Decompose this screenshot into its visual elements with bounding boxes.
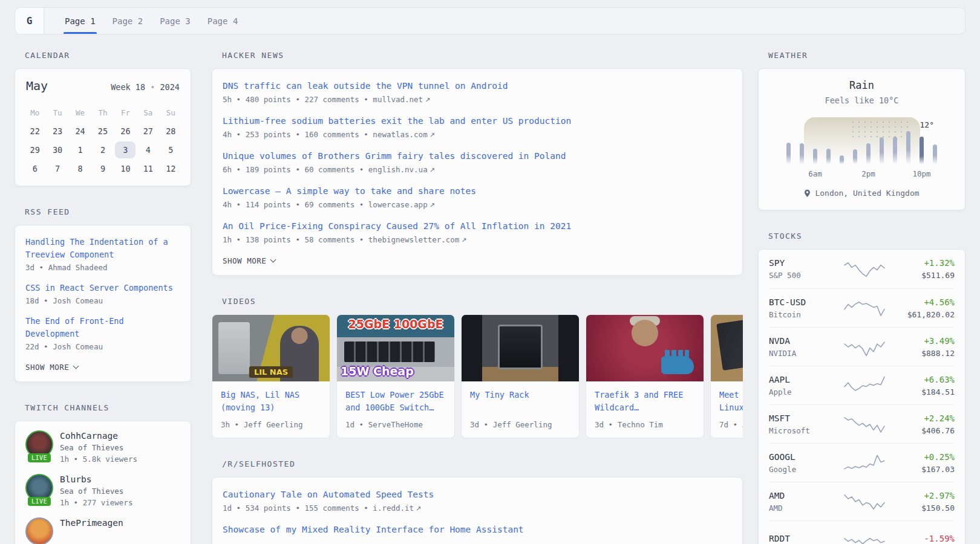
hn-item-title[interactable]: Unique volumes of Brothers Grimm fairy t… [223, 149, 732, 163]
video-title[interactable]: Traefik 3 and FREE Wildcard… [595, 389, 695, 414]
video-title[interactable]: Big NAS, Lil NAS (moving 13) [221, 389, 321, 414]
video-card: 25GbE 100GbE 15W Cheap BEST Low Power 25… [336, 314, 455, 438]
rss-item-title[interactable]: CSS in React Server Components [25, 282, 180, 294]
video-title[interactable]: BEST Low Power 25GbE and 100GbE Switch… [345, 389, 446, 414]
calendar-day[interactable]: 12 [160, 160, 181, 177]
hn-show-more-button[interactable]: SHOW MORE [223, 256, 275, 265]
tab-page-3[interactable]: Page 3 [151, 8, 199, 34]
calendar-day[interactable]: 27 [138, 123, 158, 140]
calendar-day[interactable]: 11 [138, 160, 158, 177]
calendar-day[interactable]: 2 [93, 141, 113, 158]
hacker-news-widget: DNS traffic can leak outside the VPN tun… [212, 68, 743, 276]
calendar-day[interactable]: 23 [47, 123, 68, 140]
hn-item-meta: 6h • 189 points • 60 comments • english.… [223, 165, 732, 174]
twitch-game[interactable]: Sea of Thieves [60, 443, 137, 452]
hn-item-meta: 1h • 138 points • 58 comments • thebigne… [223, 235, 732, 244]
rss-show-more-button[interactable]: SHOW MORE [25, 363, 78, 372]
reddit-source-link[interactable]: i.redd.it [373, 504, 414, 513]
calendar-day[interactable]: 22 [25, 123, 45, 140]
video-thumbnail[interactable] [586, 315, 704, 381]
calendar-day[interactable]: 1 [70, 141, 91, 158]
calendar-day[interactable]: 10 [115, 160, 136, 177]
twitch-game[interactable]: Sea of Thieves [60, 487, 132, 496]
stock-row[interactable]: MSFT Microsoft +2.24% $406.76 [769, 404, 955, 443]
calendar-section: CALENDAR May Week 18 • 2024 MoTuWeThFrSa… [15, 51, 191, 186]
stock-row[interactable]: BTC-USD Bitcoin +4.56% $61,820.02 [769, 288, 955, 327]
stock-sparkline [843, 335, 886, 358]
rss-show-more-label: SHOW MORE [25, 363, 69, 372]
calendar-day[interactable]: 6 [25, 160, 45, 177]
calendar-day[interactable]: 4 [138, 141, 158, 158]
hn-source-link[interactable]: lowercase.app [368, 200, 428, 209]
video-title[interactable]: Meet the Linux Clu [719, 389, 743, 414]
stock-row[interactable]: RDDT -1.59% [769, 520, 955, 544]
video-thumbnail[interactable]: 25GbE 100GbE 15W Cheap [337, 315, 454, 381]
hn-source-link[interactable]: mullvad.net [373, 95, 423, 104]
stock-row[interactable]: AMD AMD +2.97% $150.50 [769, 482, 955, 520]
weather-bar [893, 137, 897, 164]
weather-section: WEATHER Rain Feels like 10°C 12° 6am2pm1… [758, 51, 965, 210]
hn-source-link[interactable]: newatlas.com [373, 130, 427, 139]
hn-source-link[interactable]: thebignewsletter.com [368, 235, 460, 244]
selfhosted-section: /R/SELFHOSTED Cautionary Tale on Automat… [212, 459, 743, 544]
calendar-weekday: Fr [115, 104, 136, 121]
hn-item-title[interactable]: An Oil Price-Fixing Conspiracy Caused 27… [223, 219, 732, 233]
hn-item-title[interactable]: Lowercase – A simple way to take and sha… [223, 184, 732, 198]
twitch-channel-name[interactable]: Blurbs [60, 474, 132, 484]
reddit-item-title[interactable]: Showcase of my Mixed Reality Interface f… [223, 523, 732, 536]
external-link-icon: ↗ [461, 236, 466, 244]
tab-page-2[interactable]: Page 2 [104, 8, 152, 34]
video-thumbnail[interactable]: LIL NAS [212, 315, 330, 381]
reddit-item-title[interactable]: Cautionary Tale on Automated Speed Tests [223, 488, 732, 501]
avatar[interactable] [25, 517, 53, 544]
tab-page-4[interactable]: Page 4 [199, 8, 247, 34]
stock-symbol: RDDT [769, 534, 840, 543]
tab-page-1[interactable]: Page 1 [56, 8, 104, 34]
calendar-day[interactable]: 3 [115, 141, 136, 158]
stock-symbol: AAPL [769, 375, 840, 384]
top-nav: G Page 1 Page 2 Page 3 Page 4 [15, 7, 965, 34]
rss-item-title[interactable]: The End of Front-End Development [25, 315, 180, 340]
calendar-day[interactable]: 8 [70, 160, 91, 177]
twitch-channel-name[interactable]: ThePrimeagen [60, 518, 123, 528]
hn-item-title[interactable]: Lithium-free sodium batteries exit the l… [223, 114, 732, 128]
external-link-icon: ↗ [425, 96, 430, 104]
calendar-day[interactable]: 28 [160, 123, 181, 140]
calendar-day[interactable]: 7 [47, 160, 68, 177]
video-meta: 3h • Jeff Geerling [221, 420, 321, 429]
chevron-down-icon [270, 257, 276, 263]
hn-source-link[interactable]: english.nv.ua [368, 165, 428, 174]
nav-tabs: Page 1 Page 2 Page 3 Page 4 [44, 8, 246, 34]
twitch-channel-row: ThePrimeagen [25, 517, 180, 544]
stock-row[interactable]: AAPL Apple +6.63% $184.51 [769, 366, 955, 404]
calendar-day[interactable]: 30 [47, 141, 68, 158]
video-thumbnail[interactable]: FAS [711, 315, 743, 381]
calendar-day[interactable]: 5 [160, 141, 181, 158]
calendar-weekday: Th [93, 104, 113, 121]
calendar-day[interactable]: 25 [93, 123, 113, 140]
selfhosted-section-label: /R/SELFHOSTED [222, 459, 743, 468]
calendar-day[interactable]: 29 [25, 141, 45, 158]
video-card: My Tiny Rack 3d • Jeff Geerling [461, 314, 580, 438]
calendar-day[interactable]: 26 [115, 123, 136, 140]
weather-bar [920, 137, 924, 164]
twitch-avatar-wrap: LIVE [25, 474, 53, 502]
stock-symbol: SPY [769, 258, 840, 268]
stock-row[interactable]: GOOGL Google +0.25% $167.03 [769, 443, 955, 482]
hn-item: An Oil Price-Fixing Conspiracy Caused 27… [223, 219, 732, 244]
stock-row[interactable]: SPY S&P 500 +1.32% $511.69 [769, 250, 955, 288]
twitch-channel-name[interactable]: CohhCarnage [60, 431, 137, 441]
calendar-day[interactable]: 24 [70, 123, 91, 140]
calendar-day[interactable]: 9 [93, 160, 113, 177]
calendar-week: Week 18 [111, 82, 145, 92]
rss-item-meta: 22d • Josh Comeau [25, 342, 180, 351]
rss-item-title[interactable]: Handling The Indentation of a Treeview C… [25, 236, 180, 261]
video-title[interactable]: My Tiny Rack [470, 389, 570, 414]
hn-item: Unique volumes of Brothers Grimm fairy t… [223, 149, 732, 174]
hn-item-title[interactable]: DNS traffic can leak outside the VPN tun… [223, 79, 732, 92]
app-logo[interactable]: G [15, 8, 44, 34]
weather-condition: Rain [759, 79, 965, 91]
stock-row[interactable]: NVDA NVIDIA +3.49% $888.12 [769, 327, 955, 366]
video-thumbnail[interactable] [462, 315, 579, 381]
stock-sparkline [843, 297, 886, 320]
